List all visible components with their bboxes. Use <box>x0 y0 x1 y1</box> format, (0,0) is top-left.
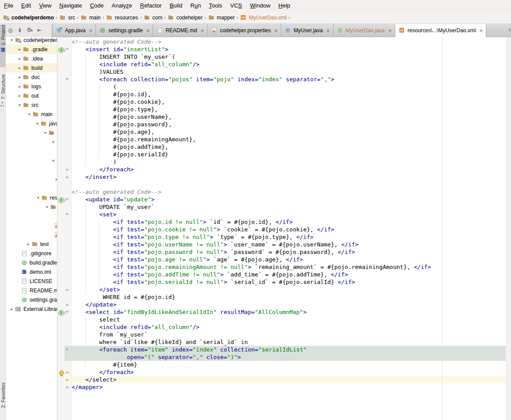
tree-item-gitignore[interactable]: .gitignore <box>6 249 57 258</box>
tab-close-icon[interactable]: × <box>388 27 392 34</box>
code-line[interactable]: </set> <box>72 286 120 293</box>
fold-marker-icon[interactable] <box>65 386 69 388</box>
tab-myuserdao-java[interactable]: IMyUserDao.java× <box>333 24 395 37</box>
tree-item-idea[interactable]: ▸.idea <box>6 54 57 63</box>
chevron-down-icon[interactable]: ▾ <box>35 195 41 200</box>
code-line[interactable]: #{pojo.userName}, <box>72 113 172 121</box>
tab-app-java[interactable]: CApp.java× <box>52 24 96 37</box>
tree-item[interactable]: ▸ <box>6 174 57 184</box>
tree-item[interactable] <box>6 221 57 230</box>
code-line[interactable]: <foreach item="item" index="index" colle… <box>72 346 307 353</box>
code-line[interactable]: <select id="findByIdLikeAndSerialIdIn" r… <box>72 308 307 316</box>
code-line[interactable]: <if test="pojo.addTime != null"> `add_ti… <box>72 271 348 278</box>
breadcrumb-myuserdao-xml[interactable]: <>MyUserDao.xml <box>240 14 286 21</box>
chevron-right-icon[interactable]: ▸ <box>17 84 23 89</box>
fold-marker-icon[interactable] <box>65 378 69 381</box>
chevron-right-icon[interactable]: ▸ <box>26 242 31 246</box>
chevron-right-icon[interactable]: ▸ <box>17 56 23 61</box>
tree-item-out[interactable]: ▸out <box>6 91 57 100</box>
code-line[interactable]: ( <box>72 83 117 91</box>
menu-help[interactable]: Help <box>274 0 294 11</box>
editor-area[interactable]: <!--auto generated Code--> <insert id="i… <box>57 37 511 420</box>
menu-file[interactable]: File <box>0 0 17 11</box>
code-line[interactable]: <if test="pojo.remainingAmount != null">… <box>72 263 431 271</box>
tab-close-icon[interactable]: × <box>480 27 483 34</box>
menu-analyze[interactable]: Analyze <box>108 0 136 11</box>
chevron-down-icon[interactable]: ▾ <box>9 38 15 42</box>
breadcrumb-com[interactable]: com <box>144 14 163 21</box>
locate-icon[interactable]: ◎ <box>6 24 15 37</box>
code-line[interactable]: INSERT INTO `my_user`( <box>72 53 175 61</box>
code-line[interactable]: where `id`like #{likeId} and `serial_id`… <box>72 338 248 346</box>
chevron-right-icon[interactable]: ▸ <box>17 65 23 70</box>
tree-item-logs[interactable]: ▸logs <box>6 82 57 91</box>
breadcrumb-resources[interactable]: resources <box>106 14 138 21</box>
tree-item[interactable]: ▾ <box>6 156 57 165</box>
editor-scrollbar[interactable] <box>506 37 511 420</box>
breadcrumb-main[interactable]: main <box>80 14 101 21</box>
gutter-interface-nav[interactable]: I <box>58 46 65 54</box>
code-line[interactable]: </insert> <box>72 173 117 181</box>
tree-item-demo-iml[interactable]: demo.iml <box>6 267 57 276</box>
tree-item[interactable]: ▾ <box>6 137 57 147</box>
code-line[interactable]: #{pojo.serialId} <box>72 151 168 158</box>
code-line[interactable]: <if test="pojo.age != null"> `age` = #{p… <box>72 256 303 263</box>
fold-marker-icon[interactable] <box>65 168 69 170</box>
menu-code[interactable]: Code <box>86 0 108 11</box>
tab-settings-gradle[interactable]: settings.gradle× <box>96 24 153 37</box>
code-line[interactable]: open="(" separator="," close=")"> <box>72 353 241 361</box>
tree-item-resources[interactable]: ▾resources <box>6 193 57 202</box>
code-line[interactable]: WHERE id = #{pojo.id} <box>72 293 175 301</box>
gutter-lightbulb[interactable] <box>58 369 65 377</box>
menu-navigate[interactable]: Navigate <box>55 0 86 11</box>
tab-close-icon[interactable]: × <box>146 27 150 34</box>
code-line[interactable]: <if test="pojo.type != null"> `type` = #… <box>72 233 314 241</box>
chevron-right-icon[interactable]: ▸ <box>17 93 23 98</box>
code-line[interactable]: UPDATE `my_user` <box>72 203 155 211</box>
tree-item-build[interactable]: ▸build <box>6 63 57 72</box>
menu-refactor[interactable]: Refactor <box>136 0 166 11</box>
chevron-down-icon[interactable]: ▾ <box>50 158 56 163</box>
tree-item-readme-md[interactable]: README.md <box>6 286 57 295</box>
chevron-right-icon[interactable]: ▸ <box>17 47 23 52</box>
gutter-interface-nav[interactable]: I <box>58 196 65 204</box>
settings-icon[interactable]: ⚙▾ <box>24 23 35 38</box>
code-line[interactable]: #{pojo.addTime}, <box>72 143 168 151</box>
menu-edit[interactable]: Edit <box>17 0 35 11</box>
tree-item-main[interactable]: ▾main <box>6 110 57 119</box>
code-line[interactable]: <if test="pojo.userName != null"> `user_… <box>72 241 359 248</box>
tree-item-test[interactable]: ▸test <box>6 239 57 249</box>
breadcrumb-codehelperdemo[interactable]: codehelperdemo <box>3 14 54 21</box>
code-line[interactable]: <include refid="all_column"/> <box>72 323 200 331</box>
fold-marker-icon[interactable] <box>65 288 69 291</box>
fold-marker-icon[interactable] <box>65 371 69 373</box>
code-line[interactable]: from `my_user` <box>72 331 148 338</box>
code-line[interactable]: </foreach> <box>72 166 134 173</box>
tab-resources-myuserdao-xml[interactable]: <>resources\...\MyUserDao.xml× <box>395 24 486 37</box>
code-line[interactable]: <if test="pojo.id != null"> `id` = #{poj… <box>72 218 293 226</box>
tree-item[interactable]: ▾ <box>6 202 57 212</box>
tab-close-icon[interactable]: × <box>89 27 93 34</box>
fold-marker-icon[interactable] <box>65 303 69 306</box>
menu-run[interactable]: Run <box>186 0 205 11</box>
code-line[interactable]: </update> <box>72 301 117 308</box>
chevron-down-icon[interactable]: ▾ <box>50 140 56 144</box>
fold-marker-icon[interactable] <box>65 176 69 178</box>
fold-marker-icon[interactable] <box>65 78 69 80</box>
tree-item-codehelperdemo[interactable]: ▾codehelperdemo <box>6 37 57 45</box>
code-line[interactable]: </select> <box>72 376 117 383</box>
code-line[interactable]: <include refid="all_column"/> <box>72 61 200 68</box>
gutter-interface-nav[interactable]: I <box>58 309 65 317</box>
tree-item-src[interactable]: ▾src <box>6 100 57 110</box>
code-line[interactable]: #{pojo.id}, <box>72 91 151 98</box>
menu-build[interactable]: Build <box>166 0 186 11</box>
tool-button-7-structure[interactable]: 7: Structure <box>0 74 6 130</box>
chevron-down-icon[interactable]: ▾ <box>26 112 32 117</box>
breadcrumb-src[interactable]: src <box>59 14 75 21</box>
fold-marker-icon[interactable] <box>65 348 69 351</box>
code-line[interactable]: <foreach collection="pojos" item="pojo" … <box>72 76 334 83</box>
code-line[interactable]: #{pojo.type}, <box>72 106 158 113</box>
code-line[interactable]: #{pojo.remainingAmount}, <box>72 136 196 143</box>
tree-item[interactable]: ▾ <box>6 128 57 137</box>
code-line[interactable]: #{pojo.age}, <box>72 128 155 136</box>
